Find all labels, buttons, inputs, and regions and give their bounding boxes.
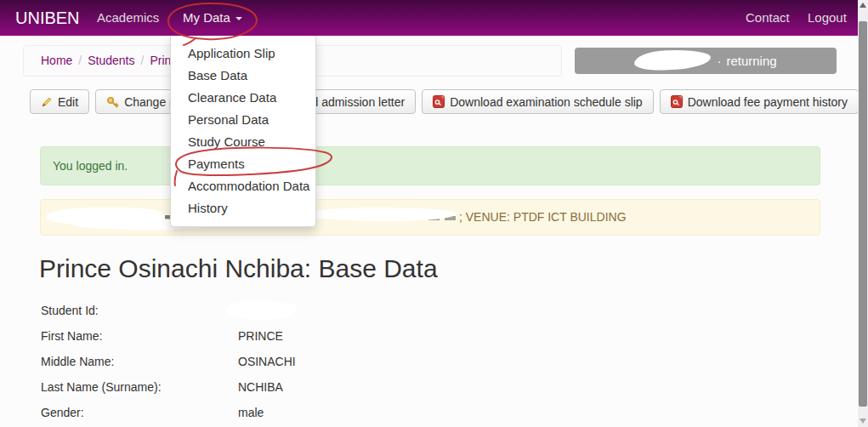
field-label: Middle Name: xyxy=(41,355,114,368)
nav-item-academics[interactable]: Academics xyxy=(97,0,159,36)
edit-button-label: Edit xyxy=(58,95,78,109)
pdf-icon xyxy=(433,95,445,108)
top-navbar: UNIBEN Academics My Data Contact Logout xyxy=(0,0,858,36)
chevron-down-icon xyxy=(235,17,242,20)
field-label: Student Id: xyxy=(41,304,99,317)
redaction-blob xyxy=(305,208,456,221)
field-student-id: Student Id: xyxy=(41,298,551,323)
field-value: male xyxy=(238,400,264,425)
menu-item-payments[interactable]: Payments xyxy=(171,153,315,175)
field-middle-name: Middle Name: OSINACHI xyxy=(41,349,551,374)
breadcrumb-students[interactable]: Students xyxy=(88,54,134,67)
field-label: Last Name (Surname): xyxy=(41,380,162,394)
nav-item-contact[interactable]: Contact xyxy=(746,0,790,36)
base-data-fields: Student Id: First Name: PRINCE Middle Na… xyxy=(41,298,551,425)
scroll-down-button[interactable] xyxy=(858,415,868,427)
toolbar: Edit Change password Download admission … xyxy=(30,89,859,114)
download-fee-history-button[interactable]: Download fee payment history xyxy=(660,89,859,114)
user-status-badge: · returning xyxy=(575,48,837,74)
key-icon xyxy=(106,96,119,108)
download-exam-schedule-button[interactable]: Download examination schedule slip xyxy=(422,89,653,114)
field-value: OSINACHI xyxy=(238,349,296,374)
field-value: NCHIBA xyxy=(238,374,283,400)
nav-item-my-data-label: My Data xyxy=(183,10,230,25)
redaction-blob xyxy=(226,300,298,320)
menu-item-clearance-data[interactable]: Clearance Data xyxy=(171,87,315,109)
breadcrumb-separator: / xyxy=(78,54,82,67)
pencil-icon xyxy=(41,96,53,108)
arrow-up-icon xyxy=(859,3,866,8)
menu-item-personal-data[interactable]: Personal Data xyxy=(171,109,315,131)
venue-warning-alert: Y ; VENUE: PTDF ICT BUILDING xyxy=(40,199,820,236)
arrow-down-icon xyxy=(859,418,866,424)
nav-item-my-data[interactable]: My Data xyxy=(183,0,242,36)
login-success-text: You logged in. xyxy=(53,159,128,173)
scrollbar-thumb[interactable] xyxy=(859,21,867,407)
field-last-name: Last Name (Surname): NCHIBA xyxy=(41,374,551,400)
breadcrumb-separator: / xyxy=(141,54,145,67)
breadcrumb-home[interactable]: Home xyxy=(41,54,72,67)
menu-item-base-data[interactable]: Base Data xyxy=(171,65,315,87)
menu-item-application-slip[interactable]: Application Slip xyxy=(171,43,315,65)
menu-item-history[interactable]: History xyxy=(171,197,315,219)
field-value: PRINCE xyxy=(238,323,283,349)
my-data-dropdown-menu: Application Slip Base Data Clearance Dat… xyxy=(170,36,316,227)
pdf-icon xyxy=(671,95,683,108)
venue-text: ; VENUE: PTDF ICT BUILDING xyxy=(459,210,627,224)
scroll-up-button[interactable] xyxy=(858,0,868,12)
brand-logo[interactable]: UNIBEN xyxy=(15,0,80,36)
vertical-scrollbar[interactable] xyxy=(858,0,868,427)
redaction-blob xyxy=(634,48,712,71)
login-success-alert: You logged in. xyxy=(40,146,820,185)
badge-label: returning xyxy=(726,54,776,68)
download-fee-history-label: Download fee payment history xyxy=(688,95,848,109)
field-label: First Name: xyxy=(41,329,102,343)
menu-item-accommodation-data[interactable]: Accommodation Data xyxy=(171,175,315,197)
field-gender: Gender: male xyxy=(41,400,551,425)
field-first-name: First Name: PRINCE xyxy=(41,323,551,349)
badge-bullet: · xyxy=(717,54,721,68)
edit-button[interactable]: Edit xyxy=(30,89,89,114)
nav-item-logout[interactable]: Logout xyxy=(808,0,847,36)
page-title: Prince Osinachi Nchiba: Base Data xyxy=(39,254,438,283)
field-label: Gender: xyxy=(41,406,84,419)
download-exam-schedule-label: Download examination schedule slip xyxy=(450,95,642,109)
menu-item-study-course[interactable]: Study Course xyxy=(171,131,315,153)
